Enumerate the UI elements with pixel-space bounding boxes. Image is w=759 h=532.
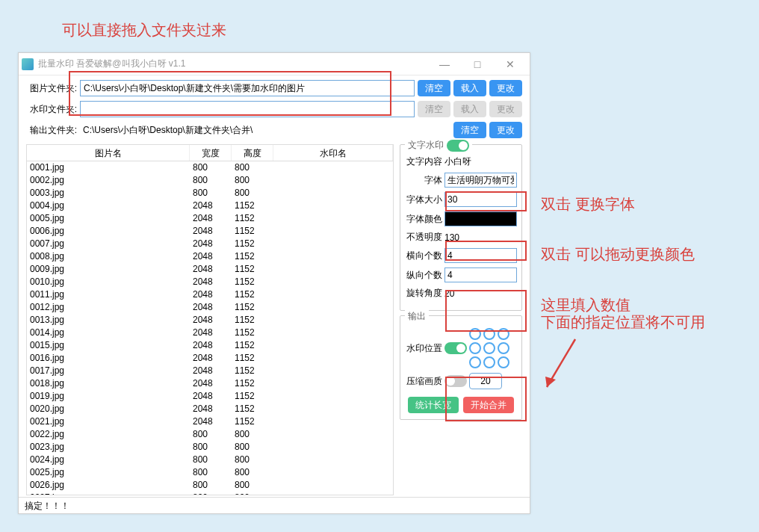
pos-4[interactable] [469,342,481,354]
font-size-input[interactable] [444,192,517,207]
table-row[interactable]: 0008.jpg20481152 [27,250,393,263]
pos-8[interactable] [483,356,495,368]
pos-3[interactable] [498,328,509,340]
cell-name: 0005.jpg [27,212,190,225]
bottom-buttons: 统计长宽 开始合并 [405,397,517,413]
image-folder-row: 图片文件夹: 清空 载入 更改 [26,80,522,96]
table-row[interactable]: 0006.jpg20481152 [27,225,393,238]
cell-wm [273,403,393,415]
output-modify-button[interactable]: 更改 [489,122,522,138]
stat-button[interactable]: 统计长宽 [408,397,459,413]
table-row[interactable]: 0002.jpg800800 [27,174,393,187]
compress-row: 压缩画质 [405,373,517,389]
cell-name: 0023.jpg [27,441,190,454]
font-input[interactable] [444,173,517,188]
table-row[interactable]: 0001.jpg800800 [27,161,393,174]
table-row[interactable]: 0024.jpg800800 [27,454,393,466]
cell-width: 2048 [190,365,232,377]
table-row[interactable]: 0004.jpg20481152 [27,200,393,212]
maximize-button[interactable]: □ [461,54,494,75]
cell-name: 0016.jpg [27,352,190,365]
watermark-folder-row: 水印文件夹: 清空 载入 更改 [26,101,522,117]
image-load-button[interactable]: 载入 [453,80,486,96]
table-row[interactable]: 0005.jpg20481152 [27,212,393,225]
cell-width: 2048 [190,403,232,415]
table-row[interactable]: 0017.jpg20481152 [27,365,393,377]
cell-width: 800 [190,187,232,200]
pos-1[interactable] [469,328,481,340]
table-row[interactable]: 0014.jpg20481152 [27,327,393,339]
table-body[interactable]: 0001.jpg8008000002.jpg8008000003.jpg8008… [27,161,393,495]
cell-wm [273,288,393,301]
watermark-folder-input[interactable] [80,101,415,117]
table-row[interactable]: 0018.jpg20481152 [27,377,393,390]
table-row[interactable]: 0013.jpg20481152 [27,314,393,327]
image-folder-input[interactable] [80,80,415,96]
table-row[interactable]: 0009.jpg20481152 [27,263,393,276]
cell-height: 1152 [232,415,273,428]
pos-6[interactable] [498,342,509,354]
table-row[interactable]: 0016.jpg20481152 [27,352,393,365]
vcount-input[interactable] [444,267,517,282]
pos-9[interactable] [498,356,509,368]
table-row[interactable]: 0015.jpg20481152 [27,339,393,352]
output-clear-button[interactable]: 清空 [453,122,486,138]
annotation-count-line1: 这里填入数值 [541,295,631,315]
table-row[interactable]: 0021.jpg20481152 [27,415,393,428]
pos-5[interactable] [483,342,495,354]
output-folder-label: 输出文件夹: [26,124,77,137]
cell-name: 0024.jpg [27,454,190,466]
compress-input[interactable] [469,373,502,389]
cell-name: 0019.jpg [27,390,190,403]
table-row[interactable]: 0027.jpg800800 [27,492,393,495]
table-row[interactable]: 0020.jpg20481152 [27,403,393,415]
col-width[interactable]: 宽度 [190,145,232,161]
position-toggle[interactable] [444,342,467,354]
table-row[interactable]: 0026.jpg800800 [27,479,393,492]
cell-height: 1152 [232,365,273,377]
pos-7[interactable] [469,356,481,368]
table-row[interactable]: 0025.jpg800800 [27,466,393,479]
col-height[interactable]: 高度 [232,145,273,161]
close-button[interactable]: ✕ [494,54,527,75]
font-color-row: 字体颜色 [405,211,517,226]
table-row[interactable]: 0012.jpg20481152 [27,301,393,314]
font-color-swatch[interactable] [444,211,517,226]
cell-name: 0015.jpg [27,339,190,352]
text-watermark-toggle[interactable] [447,140,469,152]
cell-height: 800 [232,161,273,174]
image-clear-button[interactable]: 清空 [418,80,450,96]
table-row[interactable]: 0010.jpg20481152 [27,276,393,288]
cell-height: 1152 [232,377,273,390]
watermark-load-button: 载入 [453,101,486,117]
annotation-color: 双击 可以拖动更换颜色 [541,244,695,265]
table-row[interactable]: 0019.jpg20481152 [27,390,393,403]
col-name[interactable]: 图片名 [27,145,190,161]
table-row[interactable]: 0023.jpg800800 [27,441,393,454]
cell-height: 1152 [232,212,273,225]
cell-name: 0014.jpg [27,327,190,339]
compress-toggle[interactable] [444,375,467,387]
table-row[interactable]: 0007.jpg20481152 [27,238,393,250]
side-panel: 文字水印 文字内容 小白呀 字体 字体大小 字体颜色 [400,144,522,495]
pos-2[interactable] [483,328,495,340]
cell-width: 2048 [190,301,232,314]
position-grid [469,328,509,368]
minimize-button[interactable]: — [428,54,461,75]
font-row: 字体 [405,173,517,188]
hcount-input[interactable] [444,248,517,263]
image-modify-button[interactable]: 更改 [489,80,522,96]
cell-height: 800 [232,479,273,492]
col-watermark[interactable]: 水印名 [273,145,393,161]
position-label: 水印位置 [405,342,442,355]
merge-button[interactable]: 开始合并 [463,397,514,413]
cell-name: 0007.jpg [27,238,190,250]
cell-height: 1152 [232,314,273,327]
cell-wm [273,301,393,314]
cell-height: 1152 [232,327,273,339]
table-row[interactable]: 0011.jpg20481152 [27,288,393,301]
watermark-folder-label: 水印文件夹: [26,103,77,116]
table-row[interactable]: 0003.jpg800800 [27,187,393,200]
text-watermark-fieldset: 文字水印 文字内容 小白呀 字体 字体大小 字体颜色 [400,144,522,311]
table-row[interactable]: 0022.jpg800800 [27,428,393,441]
